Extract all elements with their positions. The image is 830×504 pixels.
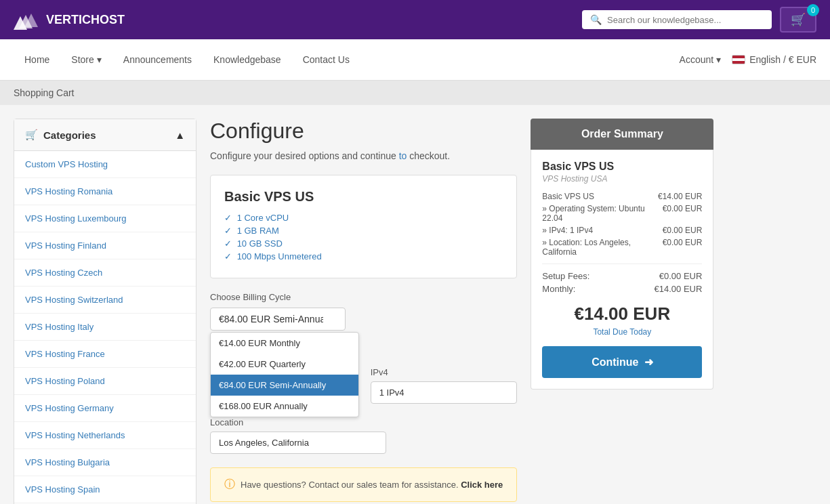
nav-right: Account ▾ English / € EUR [680,39,816,80]
sidebar-item-italy[interactable]: VPS Hosting Italy [14,314,196,341]
summary-line-price: €0.00 EUR [663,226,703,235]
order-summary: Order Summary Basic VPS US VPS Hosting U… [531,119,713,390]
product-feature-ram: ✓ 1 GB RAM [224,226,503,236]
summary-product-title: Basic VPS US [542,161,702,173]
chevron-down-icon: ▾ [716,54,721,65]
location-group: Location Los Angeles, California [210,417,517,454]
page-subtitle: Configure your desired options and conti… [210,150,517,161]
sidebar-item-czech[interactable]: VPS Hosting Czech [14,259,196,287]
content-area: Configure Configure your desired options… [210,119,517,502]
sidebar-header: 🛒 Categories ▲ [14,119,196,151]
total-label: Total Due Today [542,327,702,337]
summary-setup-fees: Setup Fees: €0.00 EUR [542,271,702,281]
summary-line-location: » Location: Los Angeles, California €0.0… [542,238,702,257]
info-banner: ⓘ Have questions? Contact our sales team… [210,467,517,502]
info-icon: ⓘ [224,478,235,492]
summary-product-sub: VPS Hosting USA [542,174,702,184]
billing-label: Choose Billing Cycle [210,292,517,302]
cart-badge: 0 [807,4,819,16]
sidebar-title: Categories [43,129,96,141]
monthly-value: €14.00 EUR [655,284,703,294]
billing-option-monthly[interactable]: €14.00 EUR Monthly [211,333,358,354]
billing-select-wrapper: €14.00 EUR Monthly €42.00 EUR Quarterly … [210,308,346,331]
continue-button[interactable]: Continue ➜ [542,346,702,378]
nav-left: Home Store ▾ Announcements Knowledgebase… [14,39,360,80]
sidebar-item-romania[interactable]: VPS Hosting Romania [14,178,196,205]
sidebar-item-germany[interactable]: VPS Hosting Germany [14,395,196,422]
nav-language[interactable]: English / € EUR [732,54,816,65]
nav-contact[interactable]: Contact Us [292,39,360,80]
summary-line-price: €0.00 EUR [663,204,703,223]
page-title: Configure [210,119,517,144]
summary-line-os: » Operating System: Ubuntu 22.04 €0.00 E… [542,204,702,223]
sidebar-item-netherlands[interactable]: VPS Hosting Netherlands [14,422,196,449]
order-summary-header: Order Summary [531,119,713,150]
summary-divider [542,264,702,264]
sidebar: 🛒 Categories ▲ Custom VPS Hosting VPS Ho… [14,119,196,504]
logo[interactable]: VERTICHOST [14,9,125,30]
billing-option-annually[interactable]: €168.00 EUR Annually [211,396,358,417]
billing-option-semi-annually[interactable]: €84.00 EUR Semi-Annually [211,375,358,396]
cart-icon: 🛒 [25,129,38,141]
product-feature-ssd: ✓ 10 GB SSD [224,238,503,249]
sidebar-item-luxembourg[interactable]: VPS Hosting Luxembourg [14,205,196,232]
nav-store[interactable]: Store ▾ [60,39,112,80]
main-content: 🛒 Categories ▲ Custom VPS Hosting VPS Ho… [0,105,830,504]
sidebar-item-switzerland[interactable]: VPS Hosting Switzerland [14,287,196,314]
billing-select[interactable]: €14.00 EUR Monthly €42.00 EUR Quarterly … [210,308,346,331]
main-and-summary: Configure Configure your desired options… [210,119,713,504]
product-title: Basic VPS US [224,189,503,205]
sidebar-item-bulgaria[interactable]: VPS Hosting Bulgaria [14,449,196,476]
summary-line-price: €14.00 EUR [658,192,702,201]
product-feature-cpu: ✓ 1 Core vCPU [224,213,503,223]
logo-svg [14,9,41,30]
nav-announcements[interactable]: Announcements [112,39,203,80]
search-icon: 🔍 [590,14,602,25]
summary-line-label: » IPv4: 1 IPv4 [542,226,593,235]
ipv4-select[interactable]: 1 IPv4 [371,381,518,404]
billing-section: Choose Billing Cycle €14.00 EUR Monthly … [210,292,517,331]
ipv4-label: IPv4 [371,367,518,377]
sidebar-item-finland[interactable]: VPS Hosting Finland [14,232,196,259]
info-link[interactable]: Click here [461,480,503,490]
sidebar-item-poland[interactable]: VPS Hosting Poland [14,368,196,395]
sidebar-item-custom-vps[interactable]: Custom VPS Hosting [14,151,196,178]
product-feature-bandwidth: ✓ 100 Mbps Unmetered [224,251,503,261]
location-label: Location [210,417,517,427]
nav-home[interactable]: Home [14,39,60,80]
product-card: Basic VPS US ✓ 1 Core vCPU ✓ 1 GB RAM ✓ … [210,175,517,278]
flag-icon [732,55,745,64]
summary-line-label: » Operating System: Ubuntu 22.04 [542,204,662,223]
monthly-label: Monthly: [542,284,575,294]
top-header: VERTICHOST 🔍 🛒 0 [0,0,830,39]
logo-text: VERTICHOST [46,13,125,27]
setup-fees-label: Setup Fees: [542,271,589,281]
sidebar-item-spain[interactable]: VPS Hosting Spain [14,476,196,503]
main-nav: Home Store ▾ Announcements Knowledgebase… [0,39,830,81]
chevron-down-icon: ▾ [97,54,102,65]
search-input[interactable] [607,15,764,25]
summary-line-ipv4: » IPv4: 1 IPv4 €0.00 EUR [542,226,702,235]
summary-monthly: Monthly: €14.00 EUR [542,284,702,294]
sidebar-item-france[interactable]: VPS Hosting France [14,341,196,368]
summary-line-price: €0.00 EUR [663,238,703,257]
header-right: 🔍 🛒 0 [582,7,816,33]
location-select[interactable]: Los Angeles, California [210,432,386,454]
billing-dropdown: €14.00 EUR Monthly €42.00 EUR Quarterly … [210,332,359,417]
order-summary-body: Basic VPS US VPS Hosting USA Basic VPS U… [531,150,713,390]
nav-account[interactable]: Account ▾ [680,39,722,80]
collapse-icon[interactable]: ▲ [175,129,185,141]
breadcrumb: Shopping Cart [0,81,830,105]
billing-option-quarterly[interactable]: €42.00 EUR Quarterly [211,354,358,375]
summary-line-label: » Location: Los Angeles, California [542,238,662,257]
cart-button[interactable]: 🛒 0 [780,7,816,33]
nav-knowledgebase[interactable]: Knowledgebase [203,39,292,80]
total-price: €14.00 EUR [542,303,702,324]
search-box: 🔍 [582,10,772,29]
arrow-right-icon: ➜ [644,356,653,369]
info-text: Have questions? Contact our sales team f… [241,480,503,490]
summary-line-label: Basic VPS US [542,192,594,201]
logo-icon [14,9,41,30]
setup-fees-value: €0.00 EUR [659,271,703,281]
summary-line-base: Basic VPS US €14.00 EUR [542,192,702,201]
